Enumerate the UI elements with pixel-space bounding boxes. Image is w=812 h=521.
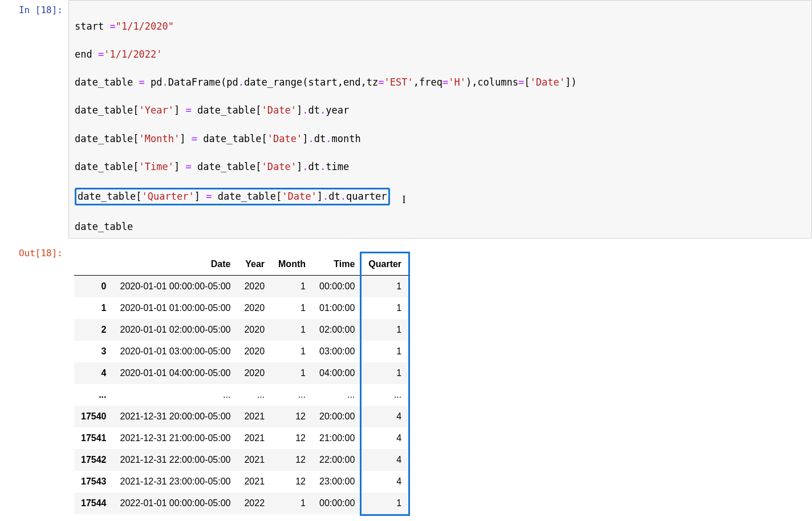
code-token: 'Date' xyxy=(262,104,297,116)
cell-time: 03:00:00 xyxy=(312,341,362,362)
cell-year: 2020 xyxy=(237,341,271,362)
code-token: dt xyxy=(308,161,320,172)
cell-month: 1 xyxy=(271,297,312,319)
col-header-month: Month xyxy=(271,253,312,276)
cell-date: 2020-01-01 03:00:00-05:00 xyxy=(113,341,238,362)
cell-quarter: 1 xyxy=(362,492,408,514)
code-token: [ xyxy=(524,76,530,88)
code-token: quarter xyxy=(346,191,387,202)
code-token: start xyxy=(75,21,109,32)
table-row: 12020-01-01 01:00:00-05:002020101:00:001 xyxy=(74,297,408,319)
cell-time: 01:00:00 xyxy=(312,297,362,319)
row-index: 2 xyxy=(74,319,113,341)
table-row: 22020-01-01 02:00:00-05:002020102:00:001 xyxy=(74,319,408,341)
row-index: 17544 xyxy=(74,492,113,514)
row-index: 1 xyxy=(74,297,113,319)
cell-quarter: 1 xyxy=(362,319,408,341)
code-token: = xyxy=(206,191,212,202)
out-prompt: Out[18]: xyxy=(0,243,68,259)
code-token: 'Time' xyxy=(139,161,174,172)
cell-date: 2021-12-31 20:00:00-05:00 xyxy=(113,406,238,427)
table-header-row: Date Year Month Time Quarter xyxy=(74,253,408,276)
text-cursor-icon xyxy=(403,192,403,203)
code-token: ] xyxy=(297,104,302,116)
cell-year: 2022 xyxy=(237,492,271,514)
code-token: date_table[ xyxy=(192,161,262,172)
code-token: 'Quarter' xyxy=(142,191,194,202)
table-row: .................. xyxy=(74,384,408,406)
table-row: 42020-01-01 04:00:00-05:002020104:00:001 xyxy=(74,362,408,384)
code-token: DataFrame(pd xyxy=(168,76,238,88)
code-token: ] xyxy=(297,161,302,172)
cell-month: 12 xyxy=(271,406,312,427)
cell-year: 2020 xyxy=(237,297,271,319)
cell-year: 2021 xyxy=(237,449,271,471)
code-token: 'Year' xyxy=(139,104,174,116)
cell-date: 2020-01-01 01:00:00-05:00 xyxy=(113,297,238,319)
cell-month: 1 xyxy=(271,362,312,384)
code-token: = xyxy=(98,49,104,60)
code-editor[interactable]: start ="1/1/2020" end ='1/1/2022' date_t… xyxy=(68,0,812,239)
cell-month: 12 xyxy=(271,449,312,471)
code-token: pd xyxy=(145,76,163,88)
code-token: dt xyxy=(328,191,340,202)
table-row: 02020-01-01 00:00:00-05:002020100:00:001 xyxy=(74,276,408,298)
code-token: ] xyxy=(302,133,308,144)
cell-date: 2021-12-31 23:00:00-05:00 xyxy=(113,471,238,492)
code-token: = xyxy=(109,21,115,32)
row-index: 17540 xyxy=(74,406,113,427)
cell-quarter: 1 xyxy=(362,341,408,362)
code-token: = xyxy=(192,133,197,144)
output-cell: Out[18]: Date Year Month Time Quarter 02… xyxy=(0,243,812,516)
cell-year: 2021 xyxy=(237,406,271,427)
cell-time: 23:00:00 xyxy=(312,471,362,492)
in-prompt: In [18]: xyxy=(0,0,68,15)
cell-time: 22:00:00 xyxy=(312,449,362,471)
code-token: = xyxy=(442,76,448,88)
code-token: date_table[ xyxy=(192,104,262,116)
row-index: 17541 xyxy=(74,427,113,449)
code-token: . xyxy=(340,191,346,202)
code-token: year xyxy=(326,104,349,116)
code-token: = xyxy=(186,104,192,116)
cell-date: ... xyxy=(113,384,238,406)
code-token: date_table[ xyxy=(75,161,139,172)
cell-year: 2021 xyxy=(237,471,271,492)
output-area: Date Year Month Time Quarter 02020-01-01… xyxy=(68,243,812,516)
code-token: 'EST' xyxy=(384,76,413,88)
code-token: . xyxy=(323,191,328,202)
code-token: . xyxy=(320,161,326,172)
cell-month: 1 xyxy=(271,341,312,362)
cell-month: 1 xyxy=(271,319,312,341)
table-row: 175402021-12-31 20:00:00-05:0020211220:0… xyxy=(74,406,408,427)
row-index: 17542 xyxy=(74,449,113,471)
table-row: 32020-01-01 03:00:00-05:002020103:00:001 xyxy=(74,341,408,362)
code-token: = xyxy=(139,76,145,88)
code-token: 'Month' xyxy=(139,133,180,144)
code-token: date_table[ xyxy=(212,191,282,202)
table-row: 175422021-12-31 22:00:00-05:0020211222:0… xyxy=(74,449,408,471)
cell-month: 1 xyxy=(271,492,312,514)
code-token: '1/1/2022' xyxy=(104,49,162,60)
cell-year: 2020 xyxy=(237,319,271,341)
code-token: time xyxy=(326,161,349,172)
code-token: ] xyxy=(180,133,191,144)
code-token: dt xyxy=(308,104,320,116)
table-row: 175432021-12-31 23:00:00-05:0020211223:0… xyxy=(74,471,408,492)
cell-date: 2021-12-31 21:00:00-05:00 xyxy=(113,427,238,449)
cell-quarter: 1 xyxy=(362,297,408,319)
code-token: = xyxy=(378,76,384,88)
cell-date: 2022-01-01 00:00:00-05:00 xyxy=(113,492,238,514)
code-token: date_table[ xyxy=(78,191,142,202)
code-token: 'Date' xyxy=(267,133,302,144)
col-header-date: Date xyxy=(113,253,238,276)
code-token: . xyxy=(320,104,326,116)
cell-year: 2020 xyxy=(237,276,271,298)
input-cell: In [18]: start ="1/1/2020" end ='1/1/202… xyxy=(0,0,812,239)
code-token: "1/1/2020" xyxy=(116,21,174,32)
cell-quarter: 4 xyxy=(362,449,408,471)
cell-month: 1 xyxy=(271,276,312,298)
code-token: . xyxy=(238,76,244,88)
cell-quarter: 4 xyxy=(362,406,408,427)
code-token: ),columns xyxy=(466,76,518,88)
